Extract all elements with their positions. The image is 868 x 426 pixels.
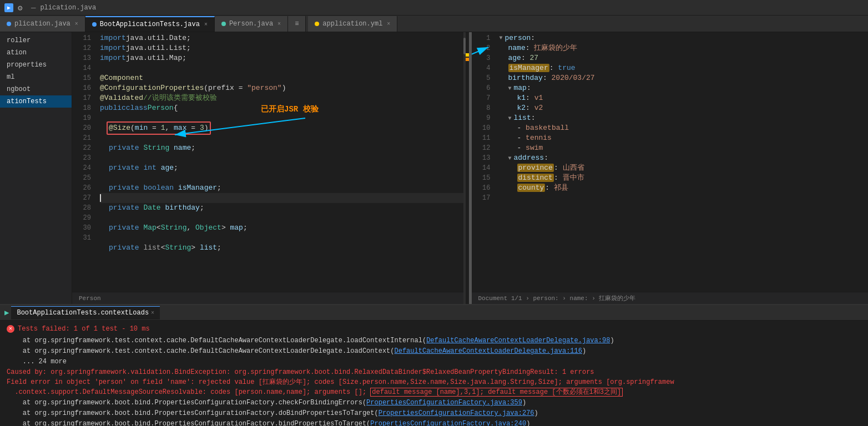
code-line-28: private Date birthday;	[100, 203, 465, 213]
tab-yaml-close[interactable]: ×	[387, 21, 390, 27]
tab-person-close[interactable]: ×	[277, 21, 281, 27]
code-line-11: import java.util.Date;	[100, 33, 465, 43]
main-layout: roller ation properties ml ngboot ationT…	[0, 32, 868, 304]
yaml-editor-status: Document 1/1 › person: › name: › 扛麻袋的少年	[472, 292, 869, 304]
code-line-29	[100, 213, 465, 223]
sidebar-item-ation[interactable]: ation	[0, 47, 72, 59]
yaml-line-16: county: 祁县	[499, 183, 864, 193]
code-line-25	[100, 173, 465, 183]
sidebar-item-ngboot[interactable]: ngboot	[0, 83, 72, 95]
tab-dot	[92, 22, 97, 27]
code-line-30: private Map<String, Object> map;	[100, 223, 465, 233]
window-title: plication.java	[40, 4, 96, 12]
console-line-8: at org.springframework.boot.bind.Propert…	[7, 419, 861, 426]
yaml-line-15: distinct: 晋中市	[499, 173, 864, 183]
link-7[interactable]: PropertiesConfigurationFactory.java:276	[379, 409, 534, 417]
yaml-code-container: 1234 5678 9101112 13141516 17 ▼person: n…	[472, 32, 869, 304]
link-8[interactable]: PropertiesConfigurationFactory.java:240	[370, 420, 526, 426]
test-failed-line: ✕ Tests failed: 1 of 1 test - 10 ms	[7, 323, 861, 335]
yaml-line-12: - swim	[499, 143, 864, 153]
code-line-31	[100, 233, 465, 243]
tab-list[interactable]: ≡	[288, 16, 306, 32]
java-editor-status: Person	[72, 292, 469, 304]
sidebar-item-properties[interactable]: properties	[0, 59, 72, 71]
bottom-tab-bar: ▶ BootApplicationTests.contextLoads ×	[0, 305, 868, 321]
tab-boot-tests-close[interactable]: ×	[204, 22, 208, 28]
code-line-13: import java.util.Map;	[100, 53, 465, 63]
yaml-line-6: ▼map:	[499, 83, 864, 93]
yaml-status-text: Document 1/1 › person: › name: › 扛麻袋的少年	[478, 294, 636, 302]
console-line-0: at org.springframework.test.context.cach…	[7, 336, 861, 346]
yaml-line-7: k1: v1	[499, 93, 864, 103]
yaml-line-11: - tennis	[499, 133, 864, 143]
code-line-24: private int age;	[100, 163, 465, 173]
yaml-line-5: birthday: 2020/03/27	[499, 73, 864, 83]
console-line-7: at org.springframework.boot.bind.Propert…	[7, 408, 861, 418]
code-line-26: private boolean isManager;	[100, 183, 465, 193]
console-line-2: ... 24 more	[7, 357, 861, 367]
gear-icon[interactable]: ⚙	[18, 3, 27, 12]
tab-list-label: ≡	[295, 20, 299, 28]
yaml-line-3: age: 27	[499, 53, 864, 63]
tab-boot-tests[interactable]: BootApplicationTests.java ×	[85, 16, 215, 32]
code-line-20: @Size(min = 1, max = 3)	[100, 123, 465, 133]
code-line-16: @ConfigurationProperties(prefix = "perso…	[100, 83, 465, 93]
dash-separator: —	[31, 3, 36, 12]
sidebar-item-roller[interactable]: roller	[0, 34, 72, 47]
size-annotation: @Size(min = 1, max = 3)	[107, 121, 211, 135]
yaml-line-14: province: 山西省	[499, 163, 864, 173]
editor-tab-bar: plication.java × BootApplicationTests.ja…	[0, 16, 868, 32]
console-line-1: at org.springframework.test.context.cach…	[7, 346, 861, 356]
line-numbers: 11121314 15161718 19202122 23242526 2728…	[72, 32, 95, 304]
yaml-line-numbers: 1234 5678 9101112 13141516 17	[472, 32, 495, 304]
tab-application-label: plication.java	[14, 20, 70, 28]
code-line-27	[100, 193, 465, 203]
editor-area: 11121314 15161718 19202122 23242526 2728…	[72, 32, 868, 304]
tab-application[interactable]: plication.java ×	[0, 16, 85, 32]
code-line-23	[100, 153, 465, 163]
tab-yaml[interactable]: application.yml ×	[308, 16, 397, 32]
yaml-line-8: k2: v2	[499, 103, 864, 113]
java-filename: Person	[79, 295, 101, 302]
link-1[interactable]: DefaultCacheAwareContextLoaderDelegate.j…	[395, 347, 582, 355]
java-editor[interactable]: 11121314 15161718 19202122 23242526 2728…	[72, 32, 470, 304]
yaml-code[interactable]: ▼person: name: 扛麻袋的少年 age: 27 isManager:…	[495, 32, 869, 304]
yaml-editor[interactable]: 1234 5678 9101112 13141516 17 ▼person: n…	[472, 32, 869, 304]
sidebar-item-ationtests[interactable]: ationTests	[0, 95, 72, 108]
tab-application-close[interactable]: ×	[75, 21, 78, 27]
fail-icon: ✕	[7, 325, 14, 333]
link-0[interactable]: DefaultCacheAwareContextLoaderDelegate.j…	[426, 337, 610, 344]
console-line-4: Field error in object 'person' on field …	[7, 377, 861, 387]
code-line-32: private list<String> list;	[100, 243, 465, 253]
java-code[interactable]: import java.util.Date; import java.util.…	[95, 32, 469, 304]
yaml-line-17	[499, 193, 864, 203]
console-line-6: at org.springframework.boot.bind.Propert…	[7, 398, 861, 408]
tab-dot	[221, 22, 226, 26]
top-bar: ▶ ⚙ — plication.java	[0, 0, 868, 16]
console-output: ✕ Tests failed: 1 of 1 test - 10 ms at o…	[0, 321, 868, 426]
link-6[interactable]: PropertiesConfigurationFactory.java:359	[366, 399, 522, 407]
tab-dot	[7, 22, 11, 26]
app-icon: ▶	[4, 3, 13, 12]
tab-person-label: Person.java	[229, 20, 273, 28]
sidebar-item-ml[interactable]: ml	[0, 71, 72, 83]
error-highlight: default message [name],3,1]; default mes…	[370, 388, 623, 397]
bottom-tab-close[interactable]: ×	[151, 310, 154, 316]
console-line-3: Caused by: org.springframework.validatio…	[7, 367, 861, 377]
sidebar: roller ation properties ml ngboot ationT…	[0, 32, 72, 304]
tab-person[interactable]: Person.java ×	[215, 16, 288, 32]
tab-dot	[315, 22, 319, 26]
bottom-tab-boot-tests[interactable]: BootApplicationTests.contextLoads ×	[11, 306, 160, 320]
code-line-22: private String name;	[100, 143, 465, 153]
code-line-12: import java.util.List;	[100, 43, 465, 53]
run-icon: ▶	[4, 308, 9, 317]
console-line-5: .context.support.DefaultMessageSourceRes…	[7, 387, 861, 397]
yaml-line-1: ▼person:	[499, 33, 864, 43]
bottom-panel: ▶ BootApplicationTests.contextLoads × ✕ …	[0, 304, 868, 426]
code-line-17: @Validated//说明该类需要被校验	[100, 93, 465, 103]
test-status-text: Tests failed: 1 of 1 test - 10 ms	[18, 324, 150, 334]
yaml-line-4: isManager: true	[499, 63, 864, 73]
yaml-line-2: name: 扛麻袋的少年	[499, 43, 864, 53]
yaml-line-10: - basketball	[499, 123, 864, 133]
java-code-container: 11121314 15161718 19202122 23242526 2728…	[72, 32, 469, 304]
